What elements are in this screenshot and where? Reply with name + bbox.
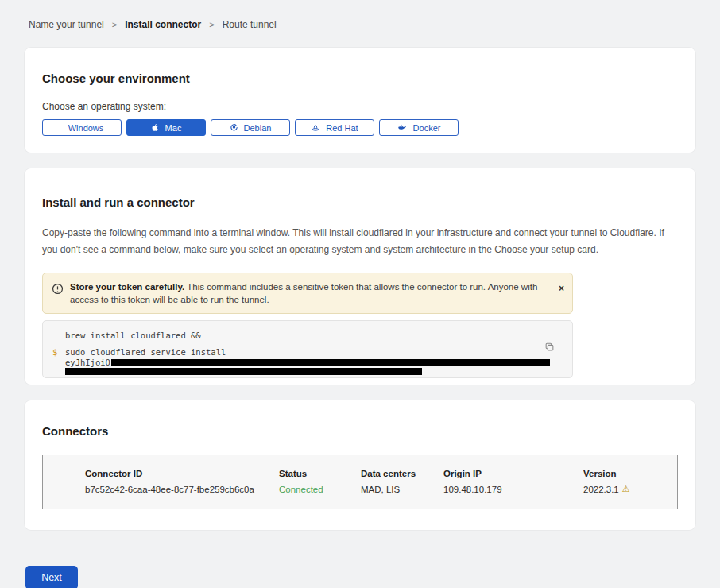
version-number: 2022.3.1 — [583, 485, 619, 494]
breadcrumb-step-name-your-tunnel[interactable]: Name your tunnel — [29, 19, 104, 30]
token-warning-banner: Store your token carefully. This command… — [42, 273, 573, 314]
redaction-bar — [111, 359, 550, 366]
cell-connector-id: b7c52c42-6caa-48ee-8c77-fbe259cb6c0a — [85, 485, 279, 494]
environment-card-title: Choose your environment — [42, 72, 678, 85]
header-version: Version — [583, 469, 661, 478]
terminal-prompt: $ — [52, 347, 57, 357]
connectors-title: Connectors — [42, 424, 678, 438]
close-icon[interactable]: × — [559, 284, 564, 293]
os-button-label: Debian — [244, 123, 272, 133]
install-connector-card: Install and run a connector Copy-paste t… — [25, 168, 695, 385]
apple-icon — [151, 122, 160, 133]
token-prefix: eyJhIjoiO — [65, 358, 110, 367]
environment-card: Choose your environment Choose an operat… — [25, 48, 695, 153]
status-badge: Connected — [279, 485, 361, 494]
connectors-table: Connector ID Status Data centers Origin … — [42, 455, 678, 509]
install-command-code-block: $ brew install cloudflared && sudo cloud… — [42, 320, 573, 378]
breadcrumb-step-install-connector[interactable]: Install connector — [125, 19, 201, 30]
install-connector-title: Install and run a connector — [42, 195, 678, 209]
code-line-token: eyJhIjoiO — [65, 358, 572, 367]
os-button-label: Red Hat — [326, 123, 358, 133]
os-button-docker[interactable]: Docker — [379, 119, 459, 136]
header-connector-id: Connector ID — [85, 469, 279, 478]
os-button-debian[interactable]: Debian — [211, 119, 290, 136]
header-status: Status — [279, 469, 361, 478]
breadcrumb-separator: > — [112, 20, 117, 29]
os-button-label: Windows — [68, 123, 104, 133]
token-warning-bold: Store your token carefully. — [70, 282, 184, 292]
breadcrumb: Name your tunnel > Install connector > R… — [29, 19, 691, 30]
os-button-label: Mac — [165, 123, 182, 133]
header-origin-ip: Origin IP — [443, 469, 583, 478]
code-line-sudo: sudo cloudflared service install — [65, 347, 572, 357]
os-button-mac[interactable]: Mac — [126, 119, 206, 136]
docker-icon — [397, 123, 408, 132]
breadcrumb-separator: > — [209, 20, 214, 29]
debian-icon — [230, 123, 238, 132]
os-button-label: Docker — [413, 123, 441, 133]
cell-version: 2022.3.1 ⚠ — [583, 484, 661, 494]
connectors-card: Connectors Connector ID Status Data cent… — [25, 400, 695, 530]
token-warning-text: Store your token carefully. This command… — [70, 280, 552, 306]
page: Name your tunnel > Install connector > R… — [0, 0, 720, 588]
install-connector-description: Copy-paste the following command into a … — [42, 225, 678, 258]
breadcrumb-step-route-tunnel[interactable]: Route tunnel — [223, 19, 277, 30]
cell-data-centers: MAD, LIS — [361, 485, 443, 494]
redaction-bar — [65, 368, 422, 375]
os-button-windows[interactable]: Windows — [42, 119, 122, 136]
redhat-icon — [311, 123, 320, 133]
table-header-row: Connector ID Status Data centers Origin … — [85, 469, 661, 478]
code-line-brew: brew install cloudflared && — [65, 331, 572, 340]
header-data-centers: Data centers — [361, 469, 443, 478]
os-button-group: Windows Mac Debian Red Hat — [42, 119, 678, 136]
cell-origin-ip: 109.48.10.179 — [443, 485, 583, 494]
os-select-label: Choose an operating system: — [42, 101, 678, 112]
copy-icon[interactable] — [544, 342, 555, 352]
version-warning-icon[interactable]: ⚠ — [622, 484, 630, 494]
next-button[interactable]: Next — [25, 566, 78, 588]
alert-circle-icon — [52, 283, 64, 298]
table-row: b7c52c42-6caa-48ee-8c77-fbe259cb6c0a Con… — [85, 484, 661, 494]
os-button-redhat[interactable]: Red Hat — [295, 119, 374, 136]
